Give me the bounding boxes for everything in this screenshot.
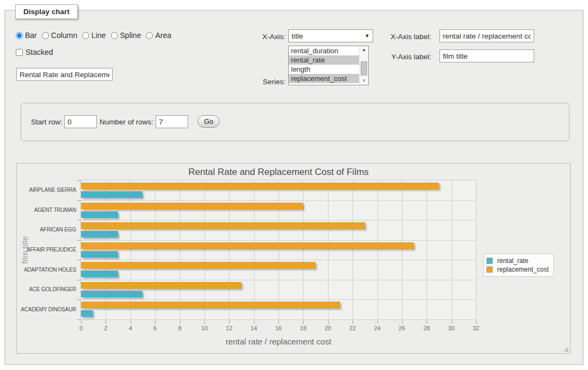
legend-item-rental_rate: rental_rate <box>486 256 549 265</box>
gridline <box>205 180 205 319</box>
axis-tick <box>131 321 131 324</box>
chart-title-input[interactable] <box>16 68 113 81</box>
axis-tick <box>278 321 279 324</box>
x-tick-label: 32 <box>468 325 484 331</box>
axis-tick <box>77 200 81 201</box>
x-tick-label: 0 <box>73 325 89 331</box>
gridline <box>426 180 427 319</box>
chart-type-radio-column[interactable] <box>42 32 49 39</box>
chart-type-group: BarColumnLineSplineArea <box>16 31 171 40</box>
gridline <box>451 180 452 319</box>
x-tick-label: 8 <box>172 325 188 331</box>
x-axis-label: X-Axis: <box>245 33 286 41</box>
axis-tick <box>328 321 329 324</box>
x-axis-label-field-label: X-Axis label: <box>380 33 431 41</box>
axis-tick <box>402 321 403 324</box>
bar-replacement_cost <box>81 242 414 249</box>
chart-type-line[interactable]: Line <box>82 31 106 40</box>
axis-tick <box>155 321 156 324</box>
x-tick-label: 2 <box>97 325 114 331</box>
x-tick-label: 12 <box>221 325 237 331</box>
axis-tick <box>180 321 181 324</box>
start-row-input[interactable] <box>64 115 97 128</box>
axis-tick <box>81 321 82 324</box>
bar-replacement_cost <box>81 203 303 209</box>
x-tick-label: 18 <box>295 325 311 331</box>
number-of-rows-input[interactable] <box>156 115 188 128</box>
gridline <box>81 200 476 201</box>
series-option-rental_duration[interactable]: rental_duration <box>289 46 359 55</box>
chart-type-radio-spline[interactable] <box>111 32 118 39</box>
chart-type-bar[interactable]: Bar <box>16 31 37 40</box>
x-tick-label: 30 <box>443 325 460 331</box>
gridline <box>352 180 353 319</box>
axis-tick <box>451 321 452 324</box>
category-label: AIRPLANE SIERRA <box>18 187 76 193</box>
gridline <box>377 180 378 319</box>
series-listbox[interactable]: rental_durationrental_ratelengthreplacem… <box>288 46 369 85</box>
axis-tick <box>377 321 378 324</box>
scroll-up-icon[interactable]: ▲ <box>360 46 368 54</box>
bar-rental_rate <box>81 251 118 258</box>
gridline <box>328 180 329 319</box>
gridline <box>229 180 230 319</box>
resize-handle-icon[interactable] <box>562 346 568 352</box>
chart-type-radio-line[interactable] <box>82 32 89 39</box>
chart-type-label[interactable]: Bar <box>25 31 37 40</box>
gridline <box>81 299 476 300</box>
chart-type-label[interactable]: Line <box>91 31 106 40</box>
chart-container: Rental Rate and Replacement Cost of Film… <box>16 163 571 354</box>
scroll-down-icon[interactable]: ▼ <box>360 77 368 85</box>
gridline <box>278 180 279 319</box>
chart-type-spline[interactable]: Spline <box>111 31 141 40</box>
gridline <box>180 180 181 319</box>
gridline <box>81 280 476 280</box>
legend-swatch-icon <box>486 258 493 264</box>
bar-replacement_cost <box>81 282 242 289</box>
x-tick-label: 20 <box>320 325 336 331</box>
category-label: AGENT TRUMAN <box>18 207 76 213</box>
category-label: ACE GOLDFINGER <box>18 286 76 292</box>
chart-type-column[interactable]: Column <box>42 31 77 40</box>
chart-type-radio-bar[interactable] <box>16 32 23 39</box>
gridline <box>81 220 476 221</box>
x-tick-label: 24 <box>369 325 386 331</box>
series-option-replacement_cost[interactable]: replacement_cost <box>289 74 359 83</box>
bar-rental_rate <box>81 310 93 317</box>
chart-type-area[interactable]: Area <box>146 31 171 40</box>
chart-type-label[interactable]: Area <box>155 31 171 40</box>
gridline <box>131 180 131 319</box>
x-axis-select[interactable]: title ▼ <box>288 29 373 42</box>
axis-tick <box>426 321 427 324</box>
axis-tick <box>476 321 476 324</box>
stacked-checkbox[interactable] <box>16 49 23 56</box>
page: Display chart BarColumnLineSplineArea St… <box>0 0 588 370</box>
chart-type-label[interactable]: Column <box>51 31 77 40</box>
x-axis-title: rental rate / replacement cost <box>81 337 476 346</box>
x-tick-label: 4 <box>122 325 139 331</box>
go-button[interactable]: Go <box>197 115 220 128</box>
series-option-rental_rate[interactable]: rental_rate <box>289 55 359 65</box>
chart-type-label[interactable]: Spline <box>120 31 141 40</box>
x-axis-label-input[interactable] <box>440 29 534 42</box>
dropdown-arrow-icon[interactable]: ▼ <box>362 33 373 39</box>
panel-title-tab: Display chart <box>15 4 78 19</box>
bar-replacement_cost <box>81 222 365 229</box>
x-tick-label: 10 <box>196 325 213 331</box>
axis-tick <box>229 321 230 324</box>
gridline <box>303 180 304 319</box>
bar-replacement_cost <box>81 262 315 268</box>
chart-type-radio-area[interactable] <box>146 32 153 39</box>
stacked-label: Stacked <box>26 48 53 57</box>
stacked-option[interactable]: Stacked <box>16 48 53 57</box>
scrollbar-thumb[interactable] <box>361 61 367 76</box>
chart-title: Rental Rate and Replacement Cost of Film… <box>81 167 476 178</box>
series-option-length[interactable]: length <box>289 65 359 74</box>
x-tick-label: 16 <box>270 325 287 331</box>
series-scrollbar[interactable]: ▲ ▼ <box>359 46 368 85</box>
bar-replacement_cost <box>81 183 439 189</box>
y-axis-label-field-label: Y-Axis label: <box>380 53 431 61</box>
y-axis-label-input[interactable] <box>440 49 534 62</box>
x-tick-label: 22 <box>344 325 361 331</box>
category-label: ADAPTATION HOLES <box>18 267 76 273</box>
